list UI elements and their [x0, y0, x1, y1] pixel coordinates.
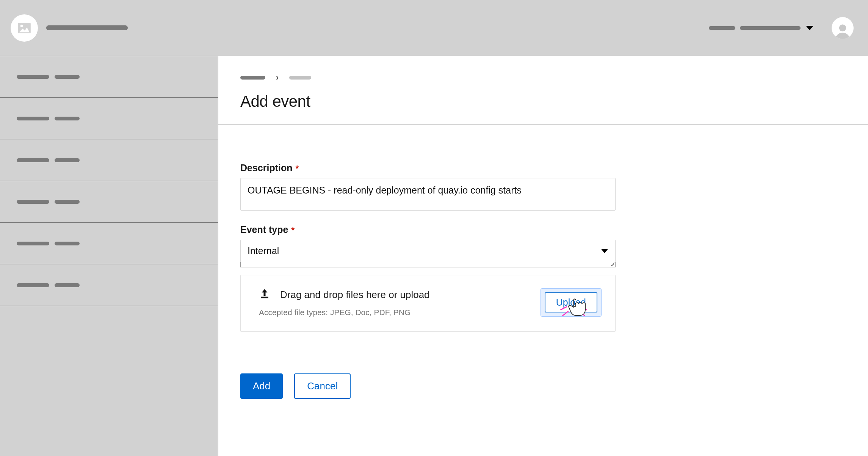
description-input[interactable]: [240, 178, 616, 211]
sidebar-item[interactable]: [0, 139, 218, 181]
upload-hint: Accepted file types: JPEG, Doc, PDF, PNG: [259, 308, 430, 317]
description-field: Description *: [240, 162, 616, 212]
page-title: Add event: [240, 92, 868, 111]
svg-point-1: [20, 25, 23, 27]
project-switcher[interactable]: [709, 26, 813, 30]
upload-title: Drag and drop files here or upload: [280, 289, 430, 301]
form-actions: Add Cancel: [240, 373, 616, 399]
user-avatar[interactable]: [832, 17, 854, 39]
skeleton-text: [740, 26, 801, 30]
brand-logo: [11, 14, 38, 42]
svg-rect-3: [261, 297, 268, 298]
page-header: › Add event: [218, 56, 868, 125]
sidebar: [0, 56, 218, 456]
brand-name-placeholder: [46, 25, 128, 30]
skeleton-text: [709, 26, 735, 30]
required-indicator: *: [296, 164, 299, 173]
cancel-button[interactable]: Cancel: [294, 373, 351, 399]
user-icon: [834, 22, 851, 39]
required-indicator: *: [291, 225, 295, 235]
event-type-select[interactable]: Internal: [240, 240, 616, 262]
description-label: Description: [240, 162, 293, 173]
image-icon: [18, 23, 31, 33]
sidebar-item[interactable]: [0, 223, 218, 264]
resize-handle[interactable]: [240, 262, 616, 267]
file-upload-panel: Drag and drop files here or upload Accep…: [240, 275, 616, 332]
upload-icon: [259, 288, 270, 301]
sidebar-item[interactable]: [0, 264, 218, 306]
breadcrumb: ›: [240, 73, 868, 83]
sidebar-item[interactable]: [0, 98, 218, 139]
upload-button-focus-ring: Upload: [541, 288, 602, 317]
breadcrumb-item: [289, 76, 311, 80]
breadcrumb-item[interactable]: [240, 76, 265, 80]
upload-button[interactable]: Upload: [545, 292, 597, 312]
svg-point-2: [839, 24, 846, 31]
app-header: [0, 0, 868, 56]
add-button[interactable]: Add: [240, 373, 283, 399]
main-content: › Add event Description * Event type * I: [218, 56, 868, 456]
event-type-field: Event type * Internal: [240, 224, 616, 267]
chevron-down-icon: [806, 26, 813, 30]
sidebar-item[interactable]: [0, 181, 218, 223]
add-event-form: Description * Event type * Internal: [218, 125, 616, 399]
chevron-right-icon: ›: [276, 73, 279, 83]
sidebar-item[interactable]: [0, 56, 218, 98]
event-type-label: Event type: [240, 224, 288, 235]
